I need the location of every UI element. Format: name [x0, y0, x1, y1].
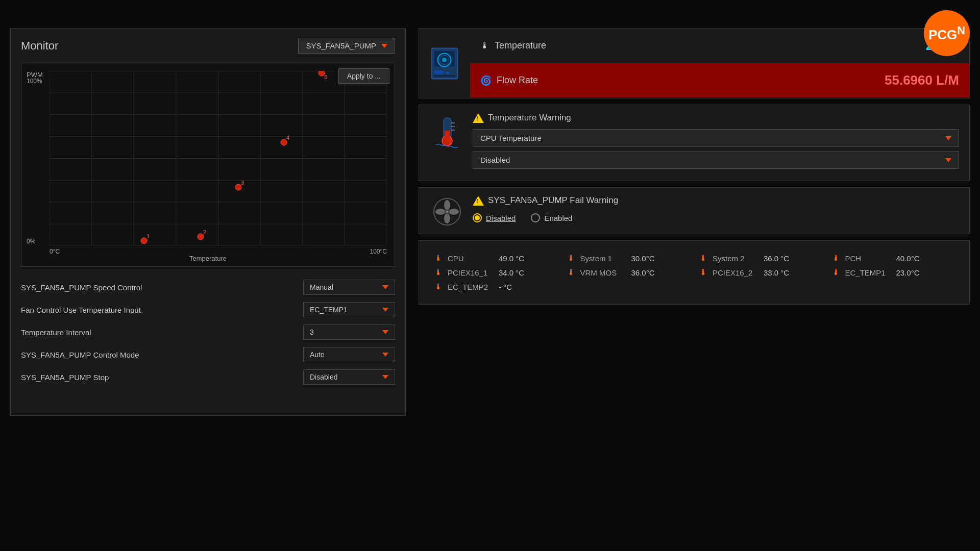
temperature-metric-row: 🌡 Temperature 23.°C	[470, 29, 969, 63]
fail-warning-label: SYS_FAN5A_PUMP Fail Warning	[488, 195, 618, 206]
fan-icon-large	[433, 198, 461, 226]
speed-control-arrow-icon	[382, 285, 388, 289]
temp-interval-dropdown[interactable]: 3	[303, 324, 395, 340]
pcg-superscript: N	[957, 24, 965, 37]
control-mode-value: Auto	[310, 350, 325, 359]
card-metrics: 🌡 Temperature 23.°C 🌀 Flow Rate 55.6960 …	[470, 29, 969, 98]
system1-temp-value: 30.0°C	[631, 254, 667, 263]
water-temp-icon	[433, 115, 461, 148]
flow-rate-label-group: 🌀 Flow Rate	[480, 75, 538, 86]
svg-point-37	[435, 209, 446, 215]
pciex16-2-temp-value: 33.0 °C	[764, 268, 799, 277]
cpu-temp-source-value: CPU Temperature	[480, 134, 542, 142]
vrm-mos-temp-name: VRM MOS	[580, 268, 626, 277]
fan-selector-value: SYS_FAN5A_PUMP	[306, 41, 376, 50]
fail-warning-disabled-radio[interactable]	[473, 213, 482, 222]
setting-label-temp-input: Fan Control Use Temperature Input	[21, 306, 141, 314]
temp-warning-threshold-dropdown[interactable]: Disabled	[473, 151, 959, 169]
temp-item-system2: 🌡 System 2 36.0 °C	[699, 254, 822, 263]
stop-dropdown[interactable]: Disabled	[303, 369, 395, 385]
temp-interval-value: 3	[310, 328, 314, 336]
system2-temp-name: System 2	[713, 254, 758, 263]
temperature-x-label: Temperature	[189, 255, 227, 262]
temp-100-label: 100°C	[370, 248, 387, 255]
pch-temp-value: 40.0°C	[896, 254, 932, 263]
pciex16-2-temp-icon: 🌡	[699, 268, 707, 277]
setting-row-speed-control: SYS_FAN5A_PUMP Speed Control Manual	[21, 280, 395, 295]
setting-label-control-mode: SYS_FAN5A_PUMP Control Mode	[21, 350, 139, 359]
right-panel: 🌡 Temperature 23.°C 🌀 Flow Rate 55.6960 …	[419, 28, 970, 416]
temperature-table-card: 🌡 CPU 49.0 °C 🌡 System 1 30.0°C 🌡 System…	[419, 240, 970, 305]
system1-temp-icon: 🌡	[567, 254, 575, 263]
svg-rect-28	[445, 131, 450, 142]
temp-item-pch: 🌡 PCH 40.0°C	[832, 254, 954, 263]
monitor-header: Monitor SYS_FAN5A_PUMP	[11, 29, 405, 63]
fail-warning-enabled-option[interactable]: Enabled	[531, 213, 572, 222]
ec-temp2-icon: 🌡	[434, 282, 443, 291]
temp-interval-arrow-icon	[382, 330, 388, 334]
temp-item-ec-temp1: 🌡 EC_TEMP1 23.0°C	[832, 268, 954, 277]
fail-warning-disabled-option[interactable]: Disabled	[473, 213, 516, 222]
ec-temp1-icon: 🌡	[832, 268, 840, 277]
fail-warning-enabled-radio[interactable]	[531, 213, 540, 222]
fail-warning-title: SYS_FAN5A_PUMP Fail Warning	[473, 195, 959, 206]
fan-selector-arrow-icon	[381, 44, 387, 48]
thermometer-icon: 🌡	[480, 40, 489, 51]
temp-item-pciex16-1: 🌡 PCIEX16_1 34.0 °C	[434, 268, 557, 277]
chart-svg: 0 1 2 3 4 5	[50, 71, 387, 246]
svg-point-39	[446, 211, 448, 213]
chart-point-label-2: 2	[203, 229, 206, 235]
ec-temp2-name: EC_TEMP2	[448, 283, 494, 291]
system1-temp-name: System 1	[580, 254, 626, 263]
cpu-temp-name: CPU	[448, 254, 494, 263]
control-mode-dropdown[interactable]: Auto	[303, 347, 395, 362]
flow-rate-value: 55.6960 L/M	[885, 72, 959, 88]
temperature-warning-content: Temperature Warning CPU Temperature Disa…	[473, 113, 959, 173]
setting-row-temp-interval: Temperature Interval 3	[21, 324, 395, 340]
setting-row-temp-input: Fan Control Use Temperature Input EC_TEM…	[21, 302, 395, 317]
vrm-mos-temp-icon: 🌡	[567, 268, 575, 277]
fan-selector-dropdown[interactable]: SYS_FAN5A_PUMP	[298, 38, 395, 54]
pwm-0-label: 0%	[27, 238, 35, 245]
chart-point-label-4: 4	[286, 135, 289, 141]
pcg-logo: PCGN	[924, 10, 970, 56]
svg-rect-24	[446, 71, 449, 74]
temp-item-ec-temp2: 🌡 EC_TEMP2 - °C	[434, 282, 557, 291]
pwm-100-label: 100%	[27, 78, 42, 85]
temperature-label-group: 🌡 Temperature	[480, 40, 546, 51]
flow-rate-metric-row: 🌀 Flow Rate 55.6960 L/M	[470, 63, 969, 98]
fail-warning-disabled-label: Disabled	[486, 214, 516, 222]
temp-item-vrm-mos: 🌡 VRM MOS 36.0°C	[567, 268, 690, 277]
pc-icon-area	[419, 29, 470, 98]
fail-warning-triangle-icon	[473, 196, 484, 206]
apply-to-button[interactable]: Apply to ...	[338, 68, 389, 84]
fail-warning-enabled-label: Enabled	[544, 214, 572, 222]
temp-warning-threshold-arrow-icon	[945, 158, 951, 162]
pciex16-1-temp-icon: 🌡	[434, 268, 443, 277]
control-mode-arrow-icon	[382, 353, 388, 357]
temperature-grid: 🌡 CPU 49.0 °C 🌡 System 1 30.0°C 🌡 System…	[434, 254, 954, 291]
pcg-text: PCGN	[928, 24, 965, 43]
ec-temp2-value: - °C	[499, 283, 534, 291]
fail-warning-content: SYS_FAN5A_PUMP Fail Warning Disabled Ena…	[473, 195, 959, 222]
speed-control-dropdown[interactable]: Manual	[303, 280, 395, 295]
left-panel: Monitor SYS_FAN5A_PUMP Apply to ... PWM …	[10, 28, 406, 416]
pch-temp-name: PCH	[845, 254, 891, 263]
temp-0-label: 0°C	[50, 248, 60, 255]
chart-point-label-5: 5	[324, 74, 327, 80]
setting-label-temp-interval: Temperature Interval	[21, 328, 91, 337]
svg-point-36	[444, 213, 450, 223]
fail-warning-card: SYS_FAN5A_PUMP Fail Warning Disabled Ena…	[419, 187, 970, 234]
pch-temp-icon: 🌡	[832, 254, 840, 263]
setting-label-stop: SYS_FAN5A_PUMP Stop	[21, 373, 109, 382]
cpu-temp-source-dropdown[interactable]: CPU Temperature	[473, 129, 959, 147]
setting-row-stop: SYS_FAN5A_PUMP Stop Disabled	[21, 369, 395, 385]
svg-point-34	[444, 200, 450, 210]
temp-input-arrow-icon	[382, 308, 388, 312]
temp-item-cpu: 🌡 CPU 49.0 °C	[434, 254, 557, 263]
fail-warning-disabled-radio-fill	[475, 215, 480, 220]
cpu-temp-value: 49.0 °C	[499, 254, 534, 263]
temp-input-dropdown[interactable]: EC_TEMP1	[303, 302, 395, 317]
pciex16-1-temp-name: PCIEX16_1	[448, 268, 494, 277]
system2-temp-value: 36.0 °C	[764, 254, 799, 263]
